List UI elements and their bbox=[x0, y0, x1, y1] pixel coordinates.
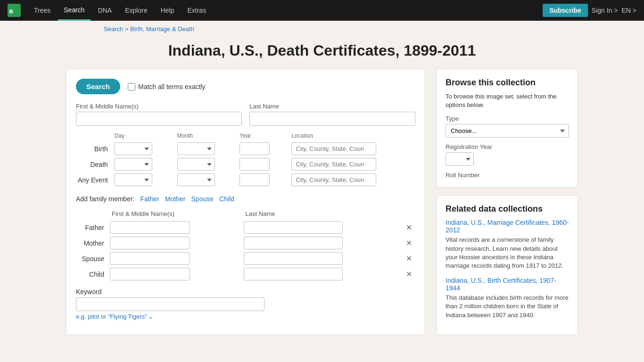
related-link-1[interactable]: Indiana, U.S., Birth Certificates, 1907-… bbox=[446, 277, 556, 292]
nav-search[interactable]: Search bbox=[58, 0, 90, 21]
death-day-select[interactable] bbox=[115, 158, 152, 171]
nav-extras[interactable]: Extras bbox=[182, 0, 212, 21]
father-first-input[interactable] bbox=[110, 221, 190, 234]
keyword-label: Keyword bbox=[76, 288, 415, 296]
match-label-text: Match all terms exactly bbox=[138, 83, 205, 90]
event-table: Day Month Year Location Birth bbox=[76, 132, 415, 188]
type-select[interactable]: Choose... bbox=[446, 124, 569, 138]
mother-remove-button[interactable]: ✕ bbox=[404, 239, 414, 247]
related-link-0[interactable]: Indiana, U.S., Marriage Certificates, 19… bbox=[446, 219, 569, 234]
browse-title: Browse this collection bbox=[446, 78, 569, 88]
spouse-row: Spouse ✕ bbox=[76, 252, 415, 265]
death-row: Death bbox=[76, 156, 415, 172]
any-event-year-input[interactable] bbox=[239, 173, 270, 186]
mother-first-input[interactable] bbox=[110, 237, 190, 249]
any-event-location-input[interactable] bbox=[291, 173, 376, 186]
search-top-row: Search Match all terms exactly bbox=[76, 79, 415, 94]
child-first-input[interactable] bbox=[110, 268, 190, 280]
browse-box: Browse this collection To browse this im… bbox=[437, 69, 578, 188]
add-family-label: Add family member: bbox=[76, 195, 134, 203]
match-checkbox[interactable] bbox=[128, 83, 135, 90]
add-father-link[interactable]: Father bbox=[140, 195, 159, 203]
page-title: Indiana, U.S., Death Certificates, 1899-… bbox=[0, 42, 644, 59]
nav-explore[interactable]: Explore bbox=[119, 0, 153, 21]
nav-dna[interactable]: DNA bbox=[92, 0, 118, 21]
reg-year-select[interactable] bbox=[446, 152, 474, 166]
mother-last-input[interactable] bbox=[244, 237, 343, 249]
name-row: First & Middle Name(s) Last Name bbox=[76, 103, 415, 126]
first-middle-input[interactable] bbox=[76, 112, 242, 126]
navbar: a Trees Search DNA Explore Help Extras S… bbox=[0, 0, 644, 21]
child-last-input[interactable] bbox=[244, 268, 343, 280]
child-remove-button[interactable]: ✕ bbox=[404, 270, 414, 279]
signin-link[interactable]: Sign In > bbox=[592, 7, 618, 14]
nav-trees[interactable]: Trees bbox=[28, 0, 56, 21]
breadcrumb-section[interactable]: Birth, Marriage & Death bbox=[130, 25, 194, 33]
any-event-day-select[interactable] bbox=[115, 173, 152, 186]
birth-year-input[interactable] bbox=[239, 142, 270, 155]
add-spouse-link[interactable]: Spouse bbox=[191, 195, 214, 203]
birth-month-select[interactable] bbox=[177, 142, 215, 155]
nav-help[interactable]: Help bbox=[155, 0, 180, 21]
add-child-link[interactable]: Child bbox=[219, 195, 234, 203]
day-header: Day bbox=[113, 132, 172, 141]
family-table: First & Middle Name(s) Last Name Father … bbox=[76, 207, 415, 283]
death-location-input[interactable] bbox=[291, 158, 376, 171]
child-row: Child ✕ bbox=[76, 268, 415, 280]
subscribe-button[interactable]: Subscribe bbox=[543, 4, 588, 17]
match-label[interactable]: Match all terms exactly bbox=[128, 83, 205, 90]
keyword-input[interactable] bbox=[76, 297, 264, 311]
death-month-select[interactable] bbox=[177, 158, 215, 171]
any-event-month-select[interactable] bbox=[177, 173, 215, 186]
last-name-label: Last Name bbox=[249, 103, 415, 110]
add-mother-link[interactable]: Mother bbox=[165, 195, 186, 203]
keyword-hint[interactable]: e.g. pilot or "Flying Tigers" ⌄ bbox=[76, 313, 415, 320]
breadcrumb-search[interactable]: Search bbox=[104, 25, 123, 33]
last-name-input[interactable] bbox=[249, 112, 415, 126]
child-label: Child bbox=[76, 268, 110, 280]
spouse-last-input[interactable] bbox=[244, 252, 343, 265]
first-middle-group: First & Middle Name(s) bbox=[76, 103, 242, 126]
svg-text:a: a bbox=[9, 7, 13, 15]
family-header: Add family member: Father Mother Spouse … bbox=[76, 195, 415, 203]
birth-label: Birth bbox=[76, 141, 113, 156]
keyword-section: Keyword e.g. pilot or "Flying Tigers" ⌄ bbox=[76, 288, 415, 320]
search-button[interactable]: Search bbox=[76, 79, 120, 94]
location-header: Location bbox=[289, 132, 415, 141]
death-year-input[interactable] bbox=[239, 158, 270, 171]
related-desc-1: This database includes birth records for… bbox=[446, 294, 569, 320]
birth-row: Birth bbox=[76, 141, 415, 156]
mother-row: Mother ✕ bbox=[76, 237, 415, 249]
related-desc-0: Vital records are a cornerstone of famil… bbox=[446, 236, 569, 270]
death-label: Death bbox=[76, 156, 113, 172]
right-panel: Browse this collection To browse this im… bbox=[437, 69, 578, 335]
reg-year-label: Registration Year bbox=[446, 143, 569, 150]
logo[interactable]: a bbox=[8, 4, 21, 17]
father-remove-button[interactable]: ✕ bbox=[404, 223, 414, 232]
browse-desc: To browse this image set, select from th… bbox=[446, 92, 569, 109]
birth-day-select[interactable] bbox=[115, 142, 152, 155]
mother-label: Mother bbox=[76, 237, 110, 249]
breadcrumb: Search > Birth, Marriage & Death bbox=[0, 21, 644, 37]
any-event-label: Any Event bbox=[76, 172, 113, 188]
keyword-hint-chevron: ⌄ bbox=[148, 313, 153, 320]
related-box: Related data collections Indiana, U.S., … bbox=[437, 195, 578, 335]
father-label: Father bbox=[76, 221, 110, 234]
any-event-row: Any Event bbox=[76, 172, 415, 188]
father-last-input[interactable] bbox=[244, 221, 343, 234]
spouse-first-input[interactable] bbox=[110, 252, 190, 265]
language-selector[interactable]: EN > bbox=[621, 7, 636, 14]
month-header: Month bbox=[175, 132, 234, 141]
main-layout: Search Match all terms exactly First & M… bbox=[0, 69, 644, 335]
search-panel: Search Match all terms exactly First & M… bbox=[66, 69, 425, 335]
last-name-group: Last Name bbox=[249, 103, 415, 126]
related-title: Related data collections bbox=[446, 204, 569, 214]
birth-location-input[interactable] bbox=[291, 142, 376, 155]
year-header: Year bbox=[238, 132, 286, 141]
family-last-header: Last Name bbox=[244, 210, 404, 218]
father-row: Father ✕ bbox=[76, 221, 415, 234]
first-middle-label: First & Middle Name(s) bbox=[76, 103, 242, 110]
breadcrumb-separator: > bbox=[125, 25, 130, 33]
spouse-label: Spouse bbox=[76, 252, 110, 265]
spouse-remove-button[interactable]: ✕ bbox=[404, 254, 414, 263]
